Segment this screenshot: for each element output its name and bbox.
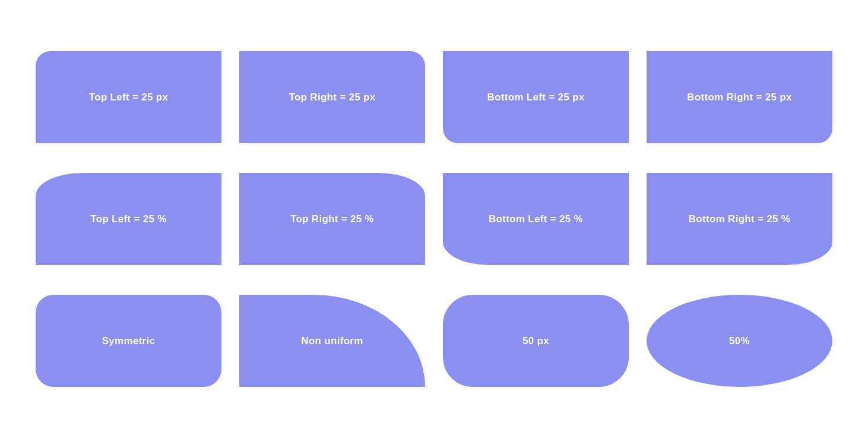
card-label-bottom-right-px: Bottom Right = 25 px (687, 92, 791, 103)
card-label-bottom-right-pct: Bottom Right = 25 % (689, 213, 790, 225)
card-fifty-pct: 50% (647, 295, 832, 387)
card-top-right-px: Top Right = 25 px (239, 51, 425, 143)
card-label-bottom-left-px: Bottom Left = 25 px (487, 92, 585, 103)
card-bottom-left-px: Bottom Left = 25 px (443, 51, 629, 143)
card-label-top-right-pct: Top Right = 25 % (290, 213, 374, 225)
card-label-non-uniform: Non uniform (301, 335, 363, 347)
card-label-fifty-pct: 50% (729, 335, 750, 347)
card-label-symmetric: Symmetric (102, 335, 156, 347)
card-label-top-right-px: Top Right = 25 px (289, 92, 376, 103)
card-label-bottom-left-pct: Bottom Left = 25 % (489, 213, 583, 225)
card-symmetric: Symmetric (36, 295, 221, 387)
card-label-top-left-px: Top Left = 25 px (89, 92, 168, 103)
card-label-fifty-px: 50 px (522, 335, 549, 347)
card-non-uniform: Non uniform (239, 295, 425, 387)
card-top-right-pct: Top Right = 25 % (239, 173, 425, 265)
card-bottom-right-px: Bottom Right = 25 px (647, 51, 832, 143)
card-top-left-px: Top Left = 25 px (36, 51, 221, 143)
card-bottom-left-pct: Bottom Left = 25 % (443, 173, 629, 265)
card-top-left-pct: Top Left = 25 % (36, 173, 221, 265)
card-grid: Top Left = 25 pxTop Right = 25 pxBottom … (0, 27, 868, 411)
card-bottom-right-pct: Bottom Right = 25 % (647, 173, 832, 265)
card-fifty-px: 50 px (443, 295, 629, 387)
card-label-top-left-pct: Top Left = 25 % (90, 213, 166, 225)
